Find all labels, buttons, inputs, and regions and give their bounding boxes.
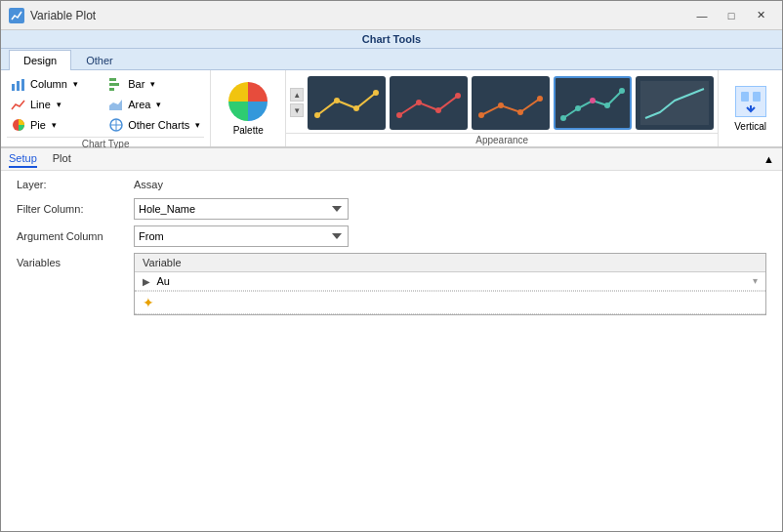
variables-table-wrap: Variable ▶ Au ▾ bbox=[134, 253, 766, 315]
layer-label: Layer: bbox=[17, 179, 134, 190]
svg-rect-17 bbox=[394, 81, 463, 125]
svg-point-20 bbox=[435, 107, 441, 113]
svg-rect-4 bbox=[109, 78, 116, 81]
svg-rect-2 bbox=[17, 81, 20, 91]
palette-label: Palette bbox=[233, 125, 264, 136]
svg-point-14 bbox=[334, 98, 340, 103]
filter-column-row: Filter Column: Hole_Name bbox=[17, 198, 766, 220]
scroll-down-arrow[interactable]: ▼ bbox=[290, 103, 304, 117]
chart-tools-label: Chart Tools bbox=[1, 30, 782, 49]
svg-point-21 bbox=[455, 93, 461, 99]
variable-column-header: Variable bbox=[135, 254, 765, 272]
palette-icon bbox=[228, 82, 268, 121]
main-window: Variable Plot — □ ✕ Chart Tools Design O… bbox=[0, 0, 783, 532]
svg-marker-7 bbox=[109, 100, 122, 110]
argument-column-row: Argument Column From bbox=[17, 225, 766, 247]
tab-plot[interactable]: Plot bbox=[53, 150, 71, 168]
chart-thumb-1[interactable] bbox=[308, 76, 386, 130]
chart-type-area[interactable]: Area ▾ bbox=[104, 95, 204, 114]
svg-point-24 bbox=[498, 102, 504, 108]
svg-rect-5 bbox=[109, 83, 119, 86]
vertical-button[interactable]: Vertical bbox=[728, 82, 772, 136]
thumbnails-area: ▲ ▼ bbox=[286, 70, 718, 133]
chart-type-column[interactable]: Column ▾ bbox=[7, 74, 103, 94]
variables-label: Variables bbox=[17, 253, 134, 315]
tab-setup[interactable]: Setup bbox=[9, 150, 37, 168]
scroll-arrows-vertical: ▲ ▼ bbox=[290, 88, 304, 117]
svg-rect-6 bbox=[109, 88, 114, 91]
chart-thumb-4[interactable] bbox=[554, 76, 632, 130]
filter-column-select[interactable]: Hole_Name bbox=[134, 198, 349, 220]
palette-section: Palette bbox=[211, 70, 286, 146]
svg-point-32 bbox=[619, 88, 625, 94]
chart-type-grid: Column ▾ Bar ▾ Line ▾ Area ▾ bbox=[7, 74, 204, 135]
new-variable-row: ✦ bbox=[135, 291, 765, 314]
svg-point-13 bbox=[314, 112, 320, 118]
vertical-section: Vertical bbox=[719, 70, 782, 146]
svg-point-25 bbox=[517, 109, 523, 115]
svg-point-28 bbox=[560, 115, 566, 121]
variable-dropdown-icon[interactable]: ▾ bbox=[753, 275, 758, 286]
ribbon-content: Column ▾ Bar ▾ Line ▾ Area ▾ bbox=[1, 70, 782, 148]
svg-point-30 bbox=[590, 98, 596, 103]
minimize-button[interactable]: — bbox=[688, 6, 716, 25]
close-button[interactable]: ✕ bbox=[747, 6, 774, 25]
row-expand-icon[interactable]: ▶ bbox=[143, 276, 150, 287]
argument-column-label: Argument Column bbox=[17, 230, 134, 242]
chart-type-bar[interactable]: Bar ▾ bbox=[104, 74, 204, 94]
chart-type-pie[interactable]: Pie ▾ bbox=[7, 115, 103, 135]
svg-point-15 bbox=[353, 105, 359, 111]
svg-point-26 bbox=[537, 96, 543, 102]
tab-design[interactable]: Design bbox=[9, 50, 71, 70]
argument-column-select[interactable]: From bbox=[134, 225, 349, 247]
chart-thumb-2[interactable] bbox=[390, 76, 468, 130]
variables-table: Variable ▶ Au ▾ bbox=[135, 254, 765, 314]
svg-rect-12 bbox=[312, 81, 381, 125]
maximize-button[interactable]: □ bbox=[718, 6, 745, 25]
svg-rect-1 bbox=[12, 84, 15, 91]
collapse-button[interactable]: ▲ bbox=[763, 153, 774, 165]
title-bar-left: Variable Plot bbox=[9, 8, 96, 23]
appearance-section: ▲ ▼ bbox=[286, 70, 719, 146]
vertical-label: Vertical bbox=[734, 121, 766, 132]
variable-name: Au bbox=[156, 275, 169, 287]
main-content-area: Layer: Assay Filter Column: Hole_Name Ar… bbox=[1, 171, 782, 531]
layer-value: Assay bbox=[134, 179, 163, 190]
tab-other[interactable]: Other bbox=[71, 50, 128, 70]
chart-thumb-5[interactable] bbox=[636, 76, 714, 130]
chart-type-section: Column ▾ Bar ▾ Line ▾ Area ▾ bbox=[1, 70, 211, 146]
chart-thumb-3[interactable] bbox=[472, 76, 550, 130]
svg-point-23 bbox=[478, 112, 484, 118]
appearance-section-label: Appearance bbox=[286, 133, 718, 146]
svg-point-19 bbox=[416, 100, 422, 105]
scroll-up-arrow[interactable]: ▲ bbox=[290, 88, 304, 102]
ribbon-tab-strip: Design Other bbox=[1, 49, 782, 70]
content-inner: Layer: Assay Filter Column: Hole_Name Ar… bbox=[1, 171, 782, 323]
window-controls: — □ ✕ bbox=[688, 6, 774, 25]
svg-point-16 bbox=[373, 90, 379, 96]
add-row: ✦ bbox=[135, 291, 765, 313]
svg-rect-33 bbox=[640, 81, 709, 125]
table-row: ▶ Au ▾ bbox=[135, 272, 765, 291]
svg-rect-35 bbox=[753, 92, 761, 102]
svg-rect-34 bbox=[741, 92, 749, 102]
app-icon bbox=[9, 8, 24, 23]
svg-point-18 bbox=[396, 112, 402, 118]
add-icon: ✦ bbox=[143, 295, 154, 310]
palette-button[interactable]: Palette bbox=[221, 78, 275, 140]
window-title: Variable Plot bbox=[30, 9, 96, 22]
svg-point-31 bbox=[604, 102, 610, 108]
vertical-icon bbox=[735, 86, 766, 117]
svg-rect-3 bbox=[21, 79, 24, 91]
svg-rect-0 bbox=[11, 10, 22, 21]
section-header: Setup Plot ▲ bbox=[1, 148, 782, 171]
chart-type-line[interactable]: Line ▾ bbox=[7, 95, 103, 114]
layer-row: Layer: Assay bbox=[17, 179, 766, 190]
section-tabs: Setup Plot bbox=[9, 150, 71, 168]
svg-point-29 bbox=[575, 105, 581, 111]
title-bar: Variable Plot — □ ✕ bbox=[1, 1, 782, 30]
variables-section: Variables Variable bbox=[17, 253, 766, 315]
filter-column-label: Filter Column: bbox=[17, 203, 134, 215]
chart-type-other[interactable]: Other Charts ▾ bbox=[104, 115, 204, 135]
